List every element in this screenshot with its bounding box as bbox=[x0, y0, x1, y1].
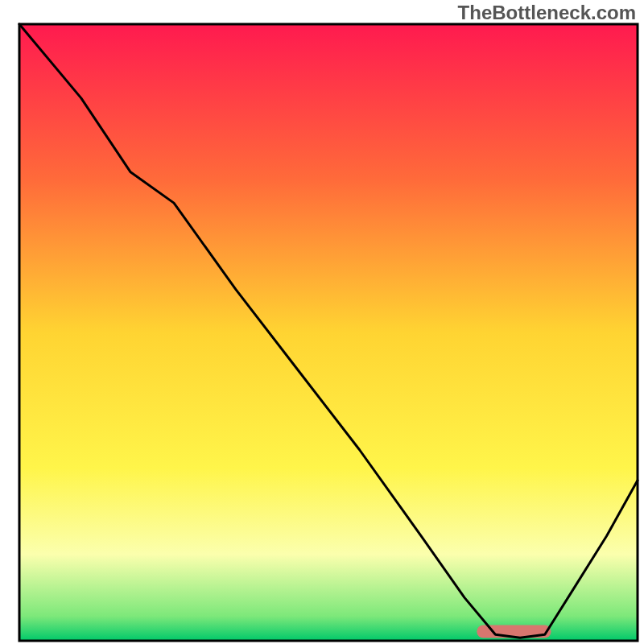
bottleneck-chart bbox=[0, 0, 644, 644]
chart-container: TheBottleneck.com bbox=[0, 0, 644, 644]
chart-background-gradient bbox=[19, 24, 638, 641]
